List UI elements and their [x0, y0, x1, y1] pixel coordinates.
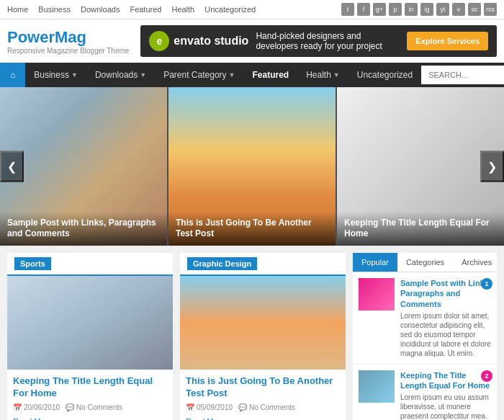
slide-1-title: Sample Post with Links, Paragraphs and C… [7, 218, 160, 240]
search-area: 🔍 [421, 65, 504, 86]
category-blocks: Sports Keeping The Title Length Equal Fo… [7, 253, 346, 420]
sidebar-tabs: Popular Categories Archives [353, 253, 497, 272]
nav-item-business[interactable]: Business ▼ [25, 63, 86, 87]
sports-image [7, 276, 173, 370]
sidebar-popular-content: Sample Post with Links, Paragraphs and C… [353, 272, 497, 420]
sports-post-meta: 📅 20/06/2010 💬 No Comments Read More... [13, 403, 167, 420]
slide-2-title: This is Just Going To Be Another Test Po… [176, 218, 328, 240]
nav-downloads[interactable]: Downloads [81, 5, 120, 14]
graphic-design-post-title[interactable]: This is Just Going To Be Another Test Po… [186, 375, 340, 400]
nav-item-uncategorized[interactable]: Uncategorized [348, 63, 421, 87]
graphic-design-comments: 💬 No Comments [238, 403, 295, 411]
graphic-design-image-bg [180, 276, 346, 370]
sports-block: Sports Keeping The Title Length Equal Fo… [7, 253, 173, 420]
nav-home[interactable]: Home [7, 5, 28, 14]
social-icons: t f g+ p in ig yt v sc rss [341, 3, 497, 16]
sidebar: Popular Categories Archives Sample Post … [353, 253, 497, 420]
slide-3: Keeping The Title Length Equal For Home [337, 87, 504, 246]
sports-label: Sports [14, 257, 51, 270]
popular-item-2: Keeping The Title Length Equal For Home … [353, 365, 497, 420]
site-logo[interactable]: PowerMag [7, 28, 129, 47]
chevron-down-icon: ▼ [229, 71, 235, 79]
slide-2: This is Just Going To Be Another Test Po… [167, 87, 337, 246]
popular-item-1-title[interactable]: Sample Post with Links, Paragraphs and C… [400, 278, 491, 309]
popular-item-1-text: Sample Post with Links, Paragraphs and C… [400, 278, 491, 358]
tab-archives[interactable]: Archives [453, 253, 500, 272]
chevron-down-icon: ▼ [140, 71, 146, 79]
slide-3-overlay: Keeping The Title Length Equal For Home [337, 212, 504, 246]
graphic-design-image [180, 276, 346, 370]
vimeo-icon[interactable]: v [452, 3, 465, 16]
graphic-design-header: Graphic Design [180, 253, 346, 276]
popular-item-2-title[interactable]: Keeping The Title Length Equal For Home [400, 370, 491, 391]
logo-tagline: Responsive Magazine Blogger Theme [7, 47, 129, 55]
banner-text: Hand-picked designers and developers rea… [256, 31, 400, 51]
header: PowerMag Responsive Magazine Blogger The… [0, 19, 504, 63]
content-area: Sports Keeping The Title Length Equal Fo… [0, 246, 504, 420]
nav-health[interactable]: Health [171, 5, 194, 14]
google-icon[interactable]: g+ [373, 3, 386, 16]
sports-image-bg [7, 276, 173, 370]
linkedin-icon[interactable]: in [405, 3, 418, 16]
graphic-design-post-meta: 📅 05/09/2010 💬 No Comments Read More... [186, 403, 340, 420]
popular-item-2-image [359, 370, 395, 403]
nav-featured[interactable]: Featured [130, 5, 161, 14]
main-content: Sports Keeping The Title Length Equal Fo… [7, 253, 346, 420]
featured-slider: ❮ Sample Post with Links, Paragraphs and… [0, 87, 504, 246]
soundcloud-icon[interactable]: sc [468, 3, 481, 16]
explore-button[interactable]: Explore Services [407, 32, 488, 50]
popular-item-1-number: 1 [481, 278, 492, 290]
popular-item-2-number: 2 [481, 370, 492, 382]
nav-item-parent-category[interactable]: Parent Category ▼ [155, 63, 243, 87]
sports-post-title[interactable]: Keeping The Title Length Equal For Home [13, 375, 167, 400]
envato-name: envato studio [174, 35, 248, 48]
top-nav-links: Home Business Downloads Featured Health … [7, 5, 256, 14]
graphic-design-block: Graphic Design This is Just Going To Be … [180, 253, 346, 420]
slide-1-overlay: Sample Post with Links, Paragraphs and C… [0, 212, 167, 246]
graphic-design-date: 📅 05/09/2010 [186, 403, 233, 411]
sports-header: Sports [7, 253, 173, 276]
sports-comments: 💬 No Comments [66, 403, 122, 411]
graphic-design-label: Graphic Design [187, 257, 257, 270]
banner-ad[interactable]: e envato studio Hand-picked designers an… [140, 25, 497, 57]
popular-item-1-excerpt: Lorem ipsum dolor sit amet, consectetur … [400, 311, 491, 358]
sports-date: 📅 20/06/2010 [13, 403, 60, 411]
graphic-design-body: This is Just Going To Be Another Test Po… [180, 370, 346, 420]
nav-item-health[interactable]: Health ▼ [297, 63, 348, 87]
popular-item-1: Sample Post with Links, Paragraphs and C… [353, 272, 497, 365]
chevron-down-icon: ▼ [333, 71, 340, 79]
popular-item-2-text: Keeping The Title Length Equal For Home … [400, 370, 491, 420]
nav-business[interactable]: Business [38, 5, 71, 14]
logo-power: Power [7, 28, 55, 46]
graphic-design-read-more[interactable]: Read More... [186, 417, 232, 420]
nav-item-featured[interactable]: Featured [243, 63, 297, 87]
logo-mag: Mag [55, 28, 86, 46]
chevron-down-icon: ▼ [71, 71, 78, 79]
sports-body: Keeping The Title Length Equal For Home … [7, 370, 173, 420]
nav-uncategorized[interactable]: Uncategorized [204, 5, 256, 14]
facebook-icon[interactable]: f [357, 3, 370, 16]
envato-logo: e envato studio [149, 31, 248, 51]
search-input[interactable] [421, 66, 504, 84]
slide-3-title: Keeping The Title Length Equal For Home [344, 218, 497, 240]
home-nav-button[interactable]: ⌂ [0, 63, 25, 87]
youtube-icon[interactable]: yt [436, 3, 449, 16]
instagram-icon[interactable]: ig [420, 3, 433, 16]
popular-item-2-excerpt: Lorem ipsum eu usu assum liberavisse, ut… [400, 393, 491, 420]
twitter-icon[interactable]: t [341, 3, 354, 16]
slide-1: Sample Post with Links, Paragraphs and C… [0, 87, 167, 246]
tab-categories[interactable]: Categories [397, 253, 453, 272]
slider-prev-button[interactable]: ❮ [0, 151, 24, 182]
nav-item-downloads[interactable]: Downloads ▼ [86, 63, 155, 87]
envato-icon: e [149, 31, 169, 51]
popular-item-1-image [359, 278, 395, 310]
pinterest-icon[interactable]: p [389, 3, 402, 16]
rss-icon[interactable]: rss [484, 3, 497, 16]
sports-read-more[interactable]: Read More... [13, 417, 59, 420]
slide-2-overlay: This is Just Going To Be Another Test Po… [168, 212, 336, 246]
slider-next-button[interactable]: ❯ [480, 151, 504, 182]
logo-area: PowerMag Responsive Magazine Blogger The… [7, 28, 129, 55]
main-navigation: ⌂ Business ▼ Downloads ▼ Parent Category… [0, 63, 504, 87]
tab-popular[interactable]: Popular [353, 253, 397, 272]
top-navigation: Home Business Downloads Featured Health … [0, 0, 504, 19]
